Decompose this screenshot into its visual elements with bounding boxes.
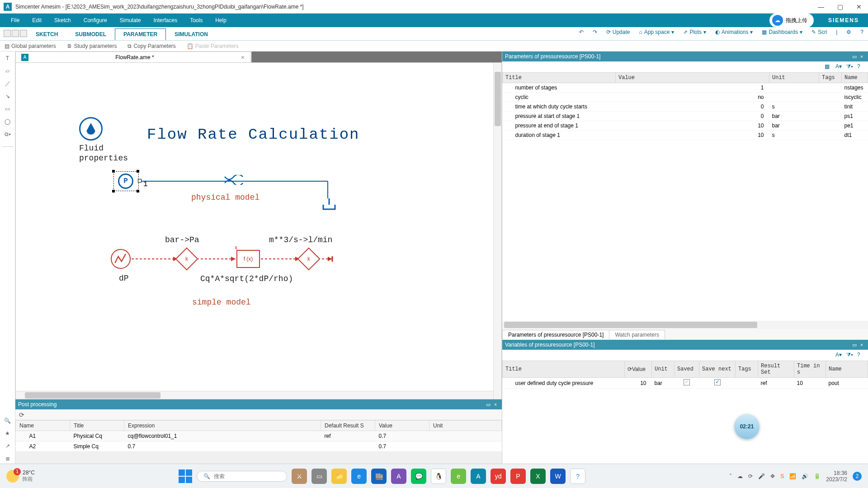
port-handle[interactable]	[138, 179, 142, 183]
pp-col-title[interactable]: Title	[70, 421, 124, 431]
tool-scripting[interactable]: ✎ Scripting	[811, 29, 827, 35]
upload-float-button[interactable]: ☁ 拖拽上传	[769, 13, 814, 28]
params-h-scrollbar[interactable]	[502, 321, 868, 329]
taskbar-app-green[interactable]: e	[451, 469, 466, 484]
param-row[interactable]: time at which duty cycle starts0stinit	[503, 102, 868, 112]
tray-datetime[interactable]: 18:36 2023/7/2	[826, 470, 847, 483]
tray-wifi-icon[interactable]: 📶	[789, 473, 796, 479]
function-block[interactable]: x f (x)	[236, 250, 260, 268]
taskbar-app-wechat[interactable]: 💬	[411, 469, 426, 484]
small-icon-1[interactable]	[4, 30, 11, 37]
menu-simulate[interactable]: Simulate	[113, 14, 147, 27]
params-filter-icon[interactable]: ⧩▾	[846, 63, 854, 70]
redo-button[interactable]: ↷	[593, 29, 597, 35]
pp-col-name[interactable]: Name	[16, 421, 70, 431]
arrow-tool-icon[interactable]: ↘	[3, 92, 12, 100]
params-tab-main[interactable]: Parameters of pressuresource [PS00-1]	[502, 330, 609, 339]
params-grid-icon[interactable]: ▦	[825, 63, 832, 70]
menu-configure[interactable]: Configure	[77, 14, 113, 27]
vars-min-icon[interactable]: ▭	[851, 342, 858, 348]
tool-settings-icon[interactable]: ⚙	[846, 29, 851, 35]
favorite-tool-icon[interactable]: ★	[3, 429, 12, 437]
taskbar-app-edge[interactable]: e	[351, 469, 367, 484]
taskbar-search[interactable]: 🔍	[197, 471, 287, 482]
shape-tool-icon[interactable]: ▱	[3, 67, 12, 75]
mode-tab-simulation[interactable]: SIMULATION	[166, 28, 217, 40]
layers-tool-icon[interactable]: ≣	[3, 455, 12, 463]
tray-mic-icon[interactable]: 🎤	[758, 473, 765, 479]
taskbar-app-1[interactable]: ⚔	[292, 469, 307, 484]
param-col-title[interactable]: Title	[503, 73, 616, 83]
tray-geo-icon[interactable]: ✥	[770, 473, 775, 479]
params-close-icon[interactable]: ×	[858, 54, 865, 59]
vars-filter-icon[interactable]: ⧩▾	[846, 352, 854, 359]
var-col-resultset[interactable]: Result Set	[758, 361, 794, 378]
taskbar-app-excel[interactable]: X	[530, 469, 546, 484]
taskbar-app-explorer[interactable]: 📁	[331, 469, 347, 484]
post-minimize-icon[interactable]: ▭	[485, 402, 492, 408]
param-row[interactable]: number of stages1nstages	[503, 83, 868, 93]
group-tool-icon[interactable]: ⧉▾	[3, 130, 12, 138]
close-button[interactable]: ✕	[854, 3, 864, 10]
rect-tool-icon[interactable]: ▭	[3, 105, 12, 113]
pp-row[interactable]: A1Physical Cqcq@flowcontrol01_1ref0.7	[16, 431, 502, 441]
vars-close-icon[interactable]: ×	[858, 342, 865, 347]
post-refresh-icon[interactable]: ⟳	[19, 411, 24, 418]
line-tool-icon[interactable]: ／	[3, 80, 12, 88]
document-tab-close[interactable]: ×	[241, 54, 245, 61]
var-col-savenext[interactable]: Save next	[699, 361, 736, 378]
pp-row[interactable]: A2Simple Cq0.70.7	[16, 441, 502, 452]
menu-tools[interactable]: Tools	[184, 14, 209, 27]
tool-update[interactable]: ⟳ Update	[606, 29, 630, 35]
start-button[interactable]	[179, 469, 192, 483]
post-close-icon[interactable]: ×	[492, 402, 499, 407]
params-tab-watch[interactable]: Watch parameters	[609, 330, 665, 339]
search-input[interactable]	[214, 473, 282, 479]
params-help-icon[interactable]: ?	[857, 63, 864, 70]
menu-help[interactable]: Help	[209, 14, 233, 27]
tool-help-icon[interactable]: ?	[860, 29, 863, 35]
taskbar-app-purple[interactable]: A	[391, 469, 406, 484]
paste-parameters-button[interactable]: 📋 Paste Parameters	[187, 43, 239, 49]
taskbar-app-amesim[interactable]: A	[471, 469, 486, 484]
minimize-button[interactable]: —	[816, 3, 826, 10]
small-icon-2[interactable]	[12, 30, 19, 37]
taskbar-app-qq[interactable]: 🐧	[431, 469, 446, 484]
pressure-source-block[interactable]: P	[113, 171, 141, 193]
orifice-block[interactable]	[224, 175, 244, 185]
search-tool-icon[interactable]: 🔍	[3, 417, 12, 425]
taskbar-app-store[interactable]: 🏬	[371, 469, 387, 484]
pp-col-expr[interactable]: Expression	[124, 421, 321, 431]
param-row[interactable]: duration of stage 110sdt1	[503, 131, 868, 140]
tank-block[interactable]	[322, 198, 336, 210]
param-col-tags[interactable]: Tags	[819, 73, 842, 83]
global-parameters-button[interactable]: ▤ Global parameters	[5, 43, 56, 49]
vars-help-icon[interactable]: ?	[857, 352, 864, 359]
tray-notification-badge[interactable]: 2	[853, 472, 862, 481]
document-tab[interactable]: A FlowRate.ame * ×	[15, 52, 250, 62]
params-min-icon[interactable]: ▭	[851, 54, 858, 60]
var-col-time[interactable]: Time in s	[794, 361, 826, 378]
taskbar-app-help[interactable]: ?	[570, 469, 585, 484]
var-row[interactable]: user defined duty cycle pressure10barref…	[503, 378, 868, 389]
small-icon-3[interactable]	[20, 30, 27, 37]
menu-file[interactable]: File	[5, 14, 26, 27]
mode-tab-sketch[interactable]: SKETCH	[27, 28, 66, 40]
var-col-unit[interactable]: Unit	[652, 361, 675, 378]
mode-tab-submodel[interactable]: SUBMODEL	[66, 28, 115, 40]
var-col-title[interactable]: Title	[503, 361, 625, 378]
var-col-name[interactable]: Name	[826, 361, 868, 378]
taskbar-app-taskview[interactable]: ▭	[311, 469, 327, 484]
study-parameters-button[interactable]: 🗎 Study parameters	[67, 43, 117, 49]
tool-plots[interactable]: ⇗ Plots ▾	[683, 29, 706, 35]
param-col-unit[interactable]: Unit	[769, 73, 819, 83]
param-row[interactable]: cyclicnoiscyclic	[503, 93, 868, 102]
mode-tab-parameter[interactable]: PARAMETER	[115, 28, 166, 40]
tray-chevron-icon[interactable]: ˄	[729, 473, 732, 479]
maximize-button[interactable]: ▢	[835, 3, 845, 10]
tool-appspace[interactable]: ⌂ App space ▾	[639, 29, 674, 35]
param-col-value[interactable]: Value	[616, 73, 769, 83]
floating-clock-bubble[interactable]: 02:21	[734, 414, 760, 439]
var-col-tags[interactable]: Tags	[736, 361, 758, 378]
tray-volume-icon[interactable]: 🔊	[802, 473, 808, 479]
